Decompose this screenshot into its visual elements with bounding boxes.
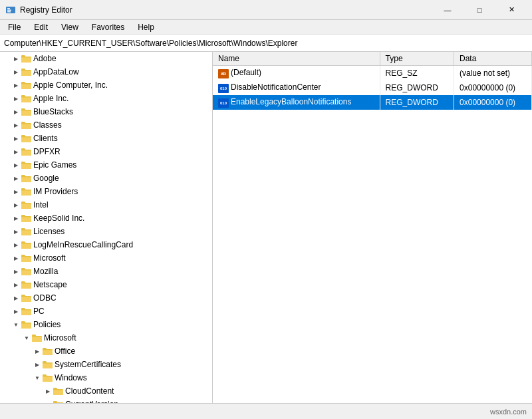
tree-arrow-netscape[interactable]: ▶ (11, 279, 21, 290)
tree-arrow-intel[interactable]: ▶ (11, 200, 21, 210)
registry-table: Name Type Data ab(Default)REG_SZ(value n… (213, 52, 532, 110)
tree-arrow-policies-microsoft-windows[interactable]: ▼ (32, 372, 43, 383)
tree-arrow-mozilla[interactable]: ▶ (11, 266, 21, 277)
tree-arrow-microsoft[interactable]: ▶ (11, 253, 21, 263)
tree-item-logmein[interactable]: ▶ LogMeInRescueCallingCard (0, 238, 212, 251)
tree-arrow-logmein[interactable]: ▶ (11, 239, 21, 250)
tree-arrow-policies-microsoft-windows-cloudcontent[interactable]: ▶ (43, 386, 53, 396)
minimize-button[interactable]: — (432, 0, 463, 20)
tree-item-adobe[interactable]: ▶ Adobe (0, 52, 212, 65)
status-bar: wsxdn.com (0, 403, 532, 419)
col-data: Data (454, 52, 532, 66)
table-row[interactable]: ab(Default)REG_SZ(value not set) (213, 66, 532, 80)
tree-arrow-appdatalow[interactable]: ▶ (11, 67, 21, 77)
tree-item-intel[interactable]: ▶ Intel (0, 198, 212, 211)
tree-item-dpfxr[interactable]: ▶ DPFXR (0, 145, 212, 158)
tree-item-policies-microsoft-office[interactable]: ▶ Office (0, 345, 212, 358)
tree-arrow-policies-microsoft-systemcerts[interactable]: ▶ (32, 359, 43, 370)
title-bar: Registry Editor — □ ✕ (0, 0, 532, 20)
tree-arrow-apple-computer[interactable]: ▶ (11, 80, 21, 90)
tree-arrow-dpfxr[interactable]: ▶ (11, 146, 21, 157)
tree-label-appdatalow: AppDataLow (33, 67, 79, 76)
menu-item-help[interactable]: Help (132, 21, 160, 33)
tree-label-licenses: Licenses (33, 227, 65, 236)
close-button[interactable]: ✕ (496, 0, 527, 20)
table-row[interactable]: 010EnableLegacyBalloonNotificationsREG_D… (213, 95, 532, 110)
tree-label-odbc: ODBC (33, 293, 57, 303)
tree-label-clients: Clients (33, 134, 58, 143)
tree-item-classes[interactable]: ▶ Classes (0, 118, 212, 132)
folder-icon-keepsolid (21, 213, 32, 223)
table-row[interactable]: 010DisableNotificationCenterREG_DWORD0x0… (213, 80, 532, 95)
tree-item-policies-microsoft-systemcerts[interactable]: ▶ SystemCertificates (0, 358, 212, 371)
tree-label-policies: Policies (33, 320, 61, 329)
tree-arrow-epic-games[interactable]: ▶ (11, 160, 21, 170)
folder-icon-policies-microsoft (32, 333, 43, 343)
tree-arrow-pc[interactable]: ▶ (11, 306, 21, 317)
svg-rect-1 (7, 8, 10, 9)
tree-label-policies-microsoft-windows-currentversion: CurrentVersion (65, 400, 118, 403)
cell-data: 0x00000000 (0) (454, 95, 532, 110)
right-panel[interactable]: Name Type Data ab(Default)REG_SZ(value n… (213, 52, 532, 403)
tree-item-policies-microsoft-windows-currentversion[interactable]: ▶ CurrentVersion (0, 398, 212, 403)
folder-icon-epic-games (21, 160, 32, 170)
folder-icon-policies-microsoft-windows (43, 373, 53, 382)
menu-item-view[interactable]: View (56, 21, 84, 33)
folder-icon-policies-microsoft-office (43, 347, 53, 356)
tree-item-apple-inc[interactable]: ▶ Apple Inc. (0, 92, 212, 105)
tree-item-keepsolid[interactable]: ▶ KeepSolid Inc. (0, 211, 212, 225)
tree-item-odbc[interactable]: ▶ ODBC (0, 291, 212, 305)
tree-label-classes: Classes (33, 120, 62, 130)
tree-item-policies-microsoft-windows-cloudcontent[interactable]: ▶ CloudContent (0, 384, 212, 398)
folder-icon-pc (21, 307, 32, 316)
tree-arrow-policies[interactable]: ▼ (11, 319, 21, 330)
tree-arrow-google[interactable]: ▶ (11, 173, 21, 184)
tree-arrow-adobe[interactable]: ▶ (11, 53, 21, 64)
tree-item-im-providers[interactable]: ▶ IM Providers (0, 185, 212, 198)
tree-item-policies-microsoft-windows[interactable]: ▼ Windows (0, 371, 212, 384)
menu-item-edit[interactable]: Edit (29, 21, 53, 33)
tree-item-netscape[interactable]: ▶ Netscape (0, 278, 212, 291)
menu-item-favorites[interactable]: Favorites (86, 21, 130, 33)
tree-arrow-policies-microsoft[interactable]: ▼ (21, 333, 32, 343)
tree-arrow-policies-microsoft-office[interactable]: ▶ (32, 346, 43, 356)
cell-type: REG_DWORD (380, 95, 454, 110)
cell-name: ab(Default) (213, 66, 380, 80)
tree-item-policies[interactable]: ▼ Policies (0, 318, 212, 331)
tree-arrow-im-providers[interactable]: ▶ (11, 186, 21, 197)
svg-rect-3 (7, 11, 11, 13)
tree-arrow-apple-inc[interactable]: ▶ (11, 93, 21, 104)
tree-item-policies-microsoft[interactable]: ▼ Microsoft (0, 331, 212, 345)
tree-item-mozilla[interactable]: ▶ Mozilla (0, 265, 212, 278)
folder-icon-policies-microsoft-windows-currentversion (53, 400, 64, 403)
folder-icon-odbc (21, 293, 32, 303)
maximize-button[interactable]: □ (464, 0, 495, 20)
tree-arrow-policies-microsoft-windows-currentversion[interactable]: ▶ (43, 399, 53, 403)
address-path: Computer\HKEY_CURRENT_USER\Software\Poli… (4, 39, 297, 48)
tree-item-licenses[interactable]: ▶ Licenses (0, 225, 212, 238)
tree-item-apple-computer[interactable]: ▶ Apple Computer, Inc. (0, 78, 212, 92)
tree-arrow-licenses[interactable]: ▶ (11, 226, 21, 237)
tree-item-microsoft[interactable]: ▶ Microsoft (0, 251, 212, 265)
tree-arrow-bluestacks[interactable]: ▶ (11, 106, 21, 117)
tree-arrow-classes[interactable]: ▶ (11, 120, 21, 130)
tree-label-policies-microsoft-windows: Windows (55, 373, 87, 382)
tree-item-bluestacks[interactable]: ▶ BlueStacks (0, 105, 212, 118)
folder-icon-apple-inc (21, 94, 32, 103)
tree-item-clients[interactable]: ▶ Clients (0, 132, 212, 145)
tree-arrow-odbc[interactable]: ▶ (11, 293, 21, 303)
folder-icon-logmein (21, 240, 32, 249)
tree-item-epic-games[interactable]: ▶ Epic Games (0, 158, 212, 172)
tree-item-appdatalow[interactable]: ▶ AppDataLow (0, 65, 212, 78)
tree-panel[interactable]: ▶ Adobe▶ AppDataLow▶ Apple Computer, Inc… (0, 52, 213, 403)
tree-label-im-providers: IM Providers (33, 187, 78, 196)
tree-arrow-keepsolid[interactable]: ▶ (11, 213, 21, 223)
tree-label-apple-inc: Apple Inc. (33, 94, 68, 103)
tree-label-google: Google (33, 174, 59, 183)
tree-label-mozilla: Mozilla (33, 267, 58, 276)
folder-icon-dpfxr (21, 147, 32, 156)
tree-arrow-clients[interactable]: ▶ (11, 133, 21, 144)
tree-item-google[interactable]: ▶ Google (0, 172, 212, 185)
tree-item-pc[interactable]: ▶ PC (0, 305, 212, 318)
menu-item-file[interactable]: File (3, 21, 26, 33)
